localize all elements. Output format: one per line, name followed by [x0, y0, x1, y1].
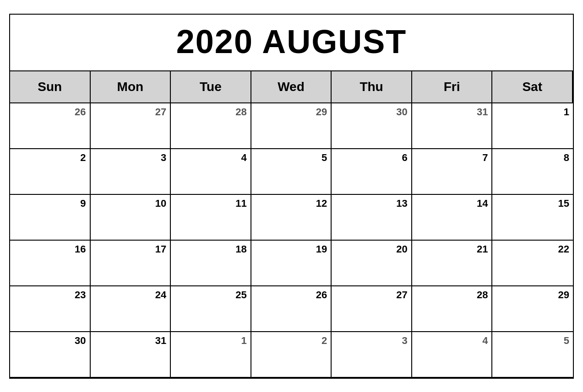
- day-number: 7: [412, 152, 488, 164]
- day-header-mon: Mon: [91, 71, 171, 103]
- day-number: 30: [10, 335, 86, 347]
- day-number: 3: [332, 335, 408, 347]
- day-cell: 4: [412, 332, 493, 378]
- day-number: 25: [171, 289, 247, 301]
- day-header-thu: Thu: [332, 71, 412, 103]
- day-cell: 12: [251, 195, 332, 241]
- day-number: 1: [171, 335, 247, 347]
- day-number: 5: [492, 335, 569, 347]
- calendar: 2020 AUGUST SunMonTueWedThuFriSat2627282…: [9, 14, 574, 379]
- day-cell: 30: [10, 332, 91, 378]
- day-cell: 31: [412, 103, 493, 149]
- day-number: 28: [412, 289, 488, 301]
- day-cell: 5: [492, 332, 573, 378]
- day-number: 8: [492, 152, 569, 164]
- day-number: 23: [10, 289, 86, 301]
- day-cell: 26: [10, 103, 91, 149]
- day-number: 4: [412, 335, 488, 347]
- day-number: 9: [10, 198, 86, 209]
- day-cell: 7: [412, 149, 493, 195]
- day-cell: 30: [332, 103, 412, 149]
- day-number: 26: [251, 289, 327, 301]
- day-number: 28: [171, 106, 247, 118]
- day-cell: 4: [171, 149, 251, 195]
- day-number: 15: [492, 198, 569, 209]
- day-cell: 29: [492, 286, 573, 332]
- day-header-fri: Fri: [412, 71, 493, 103]
- day-number: 27: [332, 289, 408, 301]
- day-cell: 23: [10, 286, 91, 332]
- day-number: 12: [251, 198, 327, 209]
- day-header-wed: Wed: [251, 71, 332, 103]
- day-number: 29: [251, 106, 327, 118]
- day-cell: 20: [332, 241, 412, 286]
- day-number: 3: [91, 152, 167, 164]
- day-cell: 9: [10, 195, 91, 241]
- day-cell: 15: [492, 195, 573, 241]
- day-cell: 1: [171, 332, 251, 378]
- day-cell: 6: [332, 149, 412, 195]
- day-cell: 14: [412, 195, 493, 241]
- day-cell: 25: [171, 286, 251, 332]
- day-header-tue: Tue: [171, 71, 251, 103]
- day-cell: 28: [171, 103, 251, 149]
- day-cell: 17: [91, 241, 171, 286]
- day-cell: 10: [91, 195, 171, 241]
- day-header-sun: Sun: [10, 71, 91, 103]
- day-cell: 13: [332, 195, 412, 241]
- day-cell: 3: [332, 332, 412, 378]
- day-number: 6: [332, 152, 408, 164]
- calendar-title: 2020 AUGUST: [10, 15, 573, 71]
- day-number: 4: [171, 152, 247, 164]
- day-number: 29: [492, 289, 569, 301]
- day-header-sat: Sat: [492, 71, 573, 103]
- day-number: 20: [332, 243, 408, 255]
- day-number: 31: [91, 335, 167, 347]
- calendar-grid: SunMonTueWedThuFriSat2627282930311234567…: [10, 71, 573, 378]
- day-cell: 5: [251, 149, 332, 195]
- day-number: 18: [171, 243, 247, 255]
- day-number: 1: [492, 106, 569, 118]
- day-cell: 24: [91, 286, 171, 332]
- day-number: 2: [251, 335, 327, 347]
- day-cell: 28: [412, 286, 493, 332]
- day-number: 21: [412, 243, 488, 255]
- day-number: 22: [492, 243, 569, 255]
- day-cell: 22: [492, 241, 573, 286]
- day-cell: 2: [251, 332, 332, 378]
- day-number: 5: [251, 152, 327, 164]
- day-number: 11: [171, 198, 247, 209]
- day-number: 13: [332, 198, 408, 209]
- day-cell: 27: [91, 103, 171, 149]
- day-number: 24: [91, 289, 167, 301]
- day-number: 27: [91, 106, 167, 118]
- day-cell: 8: [492, 149, 573, 195]
- day-cell: 2: [10, 149, 91, 195]
- day-cell: 3: [91, 149, 171, 195]
- day-cell: 31: [91, 332, 171, 378]
- day-number: 17: [91, 243, 167, 255]
- day-number: 16: [10, 243, 86, 255]
- day-cell: 11: [171, 195, 251, 241]
- day-number: 2: [10, 152, 86, 164]
- day-number: 31: [412, 106, 488, 118]
- day-number: 10: [91, 198, 167, 209]
- day-cell: 19: [251, 241, 332, 286]
- day-cell: 16: [10, 241, 91, 286]
- day-cell: 18: [171, 241, 251, 286]
- day-cell: 21: [412, 241, 493, 286]
- day-cell: 27: [332, 286, 412, 332]
- day-cell: 26: [251, 286, 332, 332]
- day-number: 19: [251, 243, 327, 255]
- day-number: 14: [412, 198, 488, 209]
- day-cell: 29: [251, 103, 332, 149]
- day-number: 26: [10, 106, 86, 118]
- day-cell: 1: [492, 103, 573, 149]
- day-number: 30: [332, 106, 408, 118]
